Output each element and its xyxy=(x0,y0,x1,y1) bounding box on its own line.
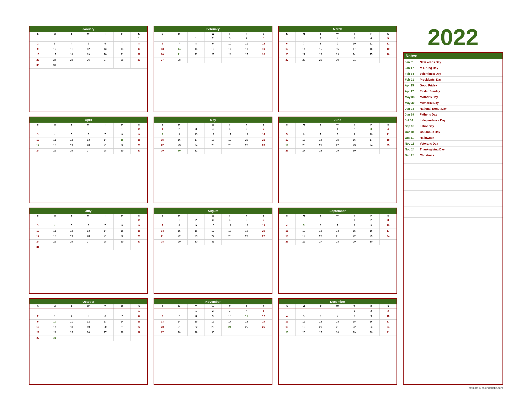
calendar-cells: 1234567891011121314151617181920212223242… xyxy=(154,127,272,154)
calendar-day: 10 xyxy=(346,42,363,47)
empty-cell xyxy=(329,218,346,223)
calendar-day: 8 xyxy=(188,42,204,47)
calendar-day: 27 xyxy=(295,149,312,154)
calendar-day: 27 xyxy=(97,58,114,63)
calendar-day: 29 xyxy=(114,149,131,154)
day-label: S xyxy=(131,123,147,127)
calendar-day: 19 xyxy=(295,325,312,330)
holiday-date: Jun 19 xyxy=(404,112,418,117)
calendar-july: JulySMTWTFS12345678910111213141516171819… xyxy=(29,208,148,294)
calendar-day: 27 xyxy=(312,239,329,245)
calendar-cells: 1234567891011121314151617181920212223242… xyxy=(279,127,397,154)
empty-cell xyxy=(97,127,114,132)
calendar-day: 18 xyxy=(238,320,255,325)
day-label: T xyxy=(346,214,363,218)
calendar-day: 27 xyxy=(279,58,295,63)
empty-cell xyxy=(80,245,97,250)
day-label: T xyxy=(97,214,114,218)
calendar-month-header: April xyxy=(29,117,147,123)
calendar-day: 16 xyxy=(131,229,147,234)
calendar-day: 20 xyxy=(154,52,171,58)
calendar-day: 22 xyxy=(171,234,188,239)
day-label: W xyxy=(204,123,221,127)
day-label: S xyxy=(29,123,46,127)
calendar-day: 17 xyxy=(221,320,238,325)
calendar-day: 18 xyxy=(238,47,255,52)
calendar-day: 16 xyxy=(204,47,221,52)
holiday-name: Halloween xyxy=(418,135,503,140)
calendar-day: 29 xyxy=(346,330,363,336)
calendar-day: 25 xyxy=(380,143,397,149)
calendar-day: 14 xyxy=(154,229,171,234)
calendar-day: 9 xyxy=(363,314,380,320)
holiday-row: Jan 17M L King Day xyxy=(404,65,503,71)
calendar-days-header: SMTWTFS xyxy=(154,32,272,36)
day-label: M xyxy=(171,32,188,36)
empty-cell xyxy=(279,36,295,42)
calendar-day: 12 xyxy=(63,229,80,234)
empty-note-row xyxy=(404,169,503,174)
calendar-day: 30 xyxy=(131,239,147,245)
empty-cell xyxy=(97,36,114,42)
calendar-day: 2 xyxy=(171,127,188,132)
calendar-day: 14 xyxy=(312,138,329,143)
day-label: T xyxy=(221,123,238,127)
calendar-day: 30 xyxy=(329,58,346,63)
right-panel: 2022 Notes: Jan 01New Year's DayJan 17M … xyxy=(403,26,503,385)
calendar-day: 12 xyxy=(63,138,80,143)
calendar-day: 8 xyxy=(346,314,363,320)
calendar-day: 21 xyxy=(97,143,114,149)
calendar-day: 18 xyxy=(380,138,397,143)
calendar-day: 11 xyxy=(204,132,221,138)
calendar-day: 26 xyxy=(80,58,97,63)
calendar-day: 6 xyxy=(154,314,171,320)
calendar-day: 7 xyxy=(329,223,346,229)
calendar-day: 3 xyxy=(29,132,46,138)
holiday-name: Christmas xyxy=(418,153,503,157)
calendar-day: 4 xyxy=(63,314,80,320)
calendar-may: MaySMTWTFS123456789101112131415161718192… xyxy=(153,116,272,203)
empty-cell xyxy=(312,127,329,132)
calendar-day: 31 xyxy=(204,239,221,245)
day-label: S xyxy=(131,32,147,36)
holiday-row: Nov 11Veterans Day xyxy=(404,141,503,146)
calendar-day: 12 xyxy=(255,42,272,47)
calendar-day: 4 xyxy=(380,127,397,132)
calendar-day: 21 xyxy=(154,234,171,239)
year-title: 2022 xyxy=(403,26,503,49)
calendar-day: 22 xyxy=(114,234,131,239)
calendar-day: 19 xyxy=(63,234,80,239)
calendar-day: 7 xyxy=(255,127,272,132)
calendar-day: 15 xyxy=(329,138,346,143)
calendar-day: 28 xyxy=(255,143,272,149)
day-label: T xyxy=(188,304,204,309)
calendar-day: 7 xyxy=(171,314,188,320)
empty-cell xyxy=(97,309,114,314)
calendar-day: 16 xyxy=(363,320,380,325)
calendar-day: 17 xyxy=(221,47,238,52)
calendar-day: 26 xyxy=(221,143,238,149)
calendar-day: 13 xyxy=(154,47,171,52)
calendar-day: 16 xyxy=(29,325,46,330)
calendar-day: 29 xyxy=(131,330,147,336)
empty-cell xyxy=(221,58,238,63)
calendar-month-header: December xyxy=(279,299,397,304)
calendar-month-header: August xyxy=(154,208,272,214)
calendar-day: 9 xyxy=(171,132,188,138)
calendar-day: 15 xyxy=(154,138,171,143)
calendar-day: 12 xyxy=(80,320,97,325)
calendar-cells: 1234567891011121314151617181920212223242… xyxy=(154,309,272,336)
holiday-name: National Donut Day xyxy=(418,106,503,111)
calendar-day: 8 xyxy=(329,132,346,138)
calendar-day: 13 xyxy=(97,320,114,325)
day-label: F xyxy=(238,32,255,36)
calendar-day: 23 xyxy=(204,52,221,58)
calendar-day: 8 xyxy=(131,314,147,320)
calendar-day: 15 xyxy=(131,47,147,52)
holiday-date: Sep 05 xyxy=(404,124,418,128)
calendar-day: 24 xyxy=(380,234,397,239)
calendar-day: 3 xyxy=(221,36,238,42)
calendar-day: 22 xyxy=(131,52,147,58)
calendar-day: 3 xyxy=(46,42,63,47)
calendar-day: 24 xyxy=(346,52,363,58)
